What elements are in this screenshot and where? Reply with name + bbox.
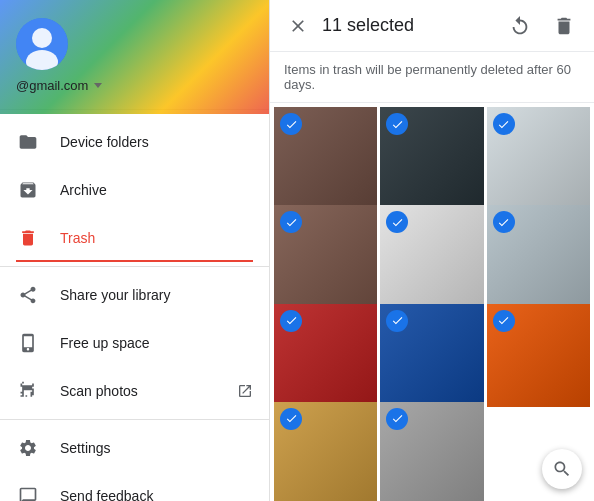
selected-count: 11 selected — [322, 15, 502, 36]
trash-icon — [16, 226, 40, 250]
sidebar-item-share-library[interactable]: Share your library — [0, 271, 269, 319]
left-panel: @gmail.com Device folders Archive — [0, 0, 270, 501]
photo-item[interactable] — [487, 107, 590, 210]
settings-label: Settings — [60, 440, 111, 456]
device-folders-label: Device folders — [60, 134, 149, 150]
photo-item[interactable] — [274, 205, 377, 308]
email-row[interactable]: @gmail.com — [16, 78, 102, 93]
dropdown-arrow-icon — [94, 83, 102, 88]
trash-label: Trash — [60, 230, 95, 246]
trash-notice: Items in trash will be permanently delet… — [270, 52, 594, 103]
avatar-svg — [16, 18, 68, 70]
photo-item[interactable] — [380, 402, 483, 501]
sidebar-item-settings[interactable]: Settings — [0, 424, 269, 472]
share-library-icon — [16, 283, 40, 307]
photo-item[interactable] — [380, 205, 483, 308]
send-feedback-label: Send feedback — [60, 488, 153, 501]
photo-check-icon — [280, 408, 302, 430]
top-bar: 11 selected — [270, 0, 594, 52]
photo-item[interactable] — [274, 402, 377, 501]
trash-notice-text: Items in trash will be permanently delet… — [284, 62, 571, 92]
right-panel: 11 selected Items in trash will be perma… — [270, 0, 594, 501]
photo-check-icon — [280, 310, 302, 332]
email-text: @gmail.com — [16, 78, 88, 93]
share-library-label: Share your library — [60, 287, 171, 303]
sidebar-item-send-feedback[interactable]: Send feedback — [0, 472, 269, 501]
photo-item[interactable] — [487, 304, 590, 407]
photo-item[interactable] — [274, 304, 377, 407]
free-up-space-label: Free up space — [60, 335, 150, 351]
settings-icon — [16, 436, 40, 460]
sidebar-item-archive[interactable]: Archive — [0, 166, 269, 214]
sidebar-item-free-up-space[interactable]: Free up space — [0, 319, 269, 367]
sidebar-item-trash[interactable]: Trash — [0, 214, 269, 262]
photo-check-icon — [493, 310, 515, 332]
photo-check-icon — [386, 310, 408, 332]
delete-button[interactable] — [546, 8, 582, 44]
scan-photos-label: Scan photos — [60, 383, 138, 399]
external-link-icon — [237, 383, 253, 399]
free-space-icon — [16, 331, 40, 355]
photo-check-icon — [386, 408, 408, 430]
menu-items: Device folders Archive Trash — [0, 114, 269, 501]
top-actions — [502, 8, 582, 44]
photo-grid — [270, 103, 594, 501]
photo-item[interactable] — [380, 304, 483, 407]
photo-check-icon — [493, 113, 515, 135]
divider-2 — [0, 266, 269, 267]
avatar[interactable] — [16, 18, 68, 70]
photo-item[interactable] — [274, 107, 377, 210]
archive-icon — [16, 178, 40, 202]
avatar-image — [16, 18, 68, 70]
profile-section: @gmail.com — [0, 0, 269, 105]
close-button[interactable] — [282, 10, 314, 42]
sidebar-item-scan-photos[interactable]: Scan photos — [0, 367, 269, 415]
photo-check-icon — [280, 113, 302, 135]
archive-label: Archive — [60, 182, 107, 198]
sidebar-item-device-folders[interactable]: Device folders — [0, 118, 269, 166]
svg-point-1 — [32, 28, 52, 48]
scan-icon — [16, 379, 40, 403]
photo-item[interactable] — [380, 107, 483, 210]
restore-button[interactable] — [502, 8, 538, 44]
photo-item[interactable] — [487, 205, 590, 308]
feedback-icon — [16, 484, 40, 501]
folder-icon — [16, 130, 40, 154]
divider-3 — [0, 419, 269, 420]
search-fab[interactable] — [542, 449, 582, 489]
photo-check-icon — [493, 211, 515, 233]
